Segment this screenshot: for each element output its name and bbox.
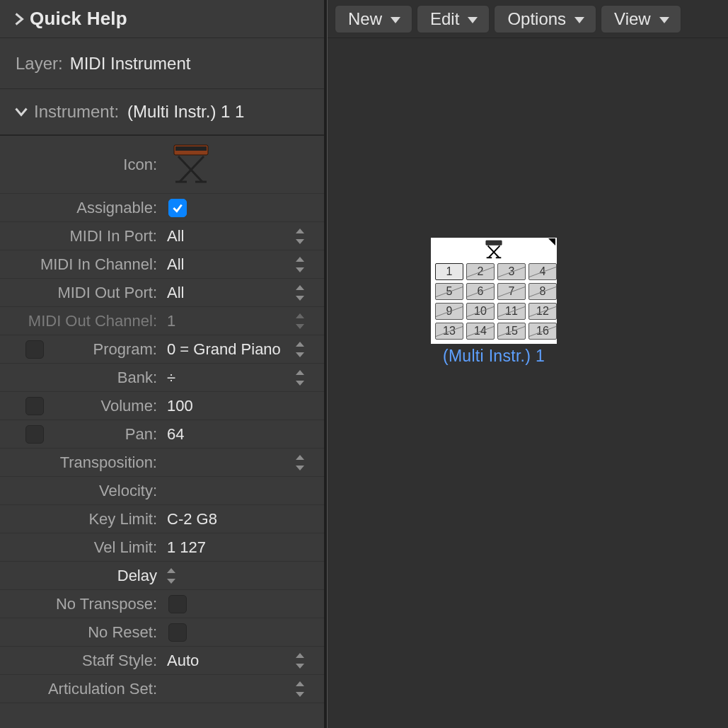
multi-instrument-caption[interactable]: (Multi Instr.) 1: [431, 347, 557, 366]
edit-menu[interactable]: Edit: [417, 5, 490, 33]
param-no-reset[interactable]: No Reset:: [0, 618, 324, 647]
pan-enable-checkbox[interactable]: [25, 425, 44, 444]
param-volume[interactable]: Volume: 100: [0, 392, 324, 420]
channel-button-15[interactable]: 15: [497, 323, 526, 340]
param-velocity[interactable]: Velocity:: [0, 477, 324, 505]
param-midi-out-channel[interactable]: MIDI Out Channel: 1: [0, 307, 324, 335]
param-bank[interactable]: Bank: ÷: [0, 364, 324, 392]
key-limit-value: C-2 G8: [161, 510, 217, 528]
midi-out-channel-label: MIDI Out Channel:: [0, 312, 161, 330]
stepper-icon[interactable]: [296, 653, 306, 669]
view-menu-label: View: [614, 9, 651, 29]
channel-button-1[interactable]: 1: [435, 263, 463, 280]
param-pan[interactable]: Pan: 64: [0, 420, 324, 449]
channel-button-8[interactable]: 8: [528, 283, 557, 300]
chevron-down-icon: [659, 17, 669, 23]
param-midi-out-port[interactable]: MIDI Out Port: All: [0, 279, 324, 307]
stepper-icon[interactable]: [167, 568, 177, 584]
param-staff-style[interactable]: Staff Style: Auto: [0, 647, 324, 675]
channel-button-10[interactable]: 10: [466, 303, 495, 320]
delay-label: Delay: [0, 567, 161, 585]
chevron-down-icon: [391, 17, 400, 23]
param-vel-limit[interactable]: Vel Limit: 1 127: [0, 533, 324, 562]
svg-rect-6: [486, 241, 502, 245]
param-assignable[interactable]: Assignable:: [0, 194, 324, 222]
new-menu-label: New: [348, 9, 382, 29]
stepper-icon[interactable]: [296, 257, 306, 272]
velocity-label: Velocity:: [0, 482, 161, 500]
vel-limit-label: Vel Limit:: [0, 538, 161, 557]
layer-row[interactable]: Layer: MIDI Instrument: [0, 38, 324, 89]
param-no-transpose[interactable]: No Transpose:: [0, 590, 324, 618]
param-icon-label: Icon:: [0, 156, 161, 174]
volume-value: 100: [161, 397, 193, 415]
param-transposition[interactable]: Transposition:: [0, 449, 324, 477]
params-list: Icon: Assignable:: [0, 136, 324, 703]
stepper-icon[interactable]: [296, 681, 306, 697]
canvas-toolbar: New Edit Options View: [328, 0, 728, 38]
stepper-icon[interactable]: [296, 342, 306, 357]
param-icon[interactable]: Icon:: [0, 136, 324, 194]
chevron-down-icon: [574, 17, 584, 23]
stepper-icon[interactable]: [296, 229, 306, 244]
view-menu[interactable]: View: [601, 5, 681, 33]
midi-in-channel-value: All: [161, 255, 184, 274]
channel-button-12[interactable]: 12: [528, 303, 557, 320]
midi-out-port-value: All: [161, 284, 184, 302]
options-menu[interactable]: Options: [494, 5, 596, 33]
channel-button-2[interactable]: 2: [466, 263, 495, 280]
svg-rect-1: [175, 146, 207, 151]
volume-label: Volume:: [0, 397, 161, 415]
volume-enable-checkbox[interactable]: [25, 397, 44, 415]
param-program[interactable]: Program: 0 = Grand Piano: [0, 335, 324, 364]
stepper-icon[interactable]: [296, 285, 306, 301]
quick-help-header[interactable]: Quick Help: [0, 0, 324, 38]
program-enable-checkbox[interactable]: [25, 340, 44, 359]
channel-button-9[interactable]: 9: [435, 303, 463, 320]
quick-help-title: Quick Help: [30, 8, 127, 30]
multi-instrument-object[interactable]: 12345678910111213141516 (Multi Instr.) 1: [431, 238, 557, 366]
channel-button-13[interactable]: 13: [435, 323, 463, 340]
midi-out-port-label: MIDI Out Port:: [0, 284, 161, 302]
keyboard-stand-icon: [161, 138, 214, 192]
no-transpose-checkbox[interactable]: [168, 595, 187, 613]
param-delay[interactable]: Delay: [0, 562, 324, 590]
param-assignable-label: Assignable:: [0, 199, 161, 217]
param-midi-in-port[interactable]: MIDI In Port: All: [0, 222, 324, 250]
layer-label: Layer:: [16, 54, 63, 74]
channel-button-5[interactable]: 5: [435, 283, 463, 300]
param-key-limit[interactable]: Key Limit: C-2 G8: [0, 505, 324, 533]
channel-button-7[interactable]: 7: [497, 283, 526, 300]
channel-button-11[interactable]: 11: [497, 303, 526, 320]
channel-button-16[interactable]: 16: [528, 323, 557, 340]
channel-button-14[interactable]: 14: [466, 323, 495, 340]
instrument-label: Instrument:: [34, 102, 119, 122]
new-menu[interactable]: New: [335, 5, 412, 33]
midi-out-channel-value: 1: [161, 312, 175, 330]
param-articulation-set[interactable]: Articulation Set:: [0, 675, 324, 703]
edit-menu-label: Edit: [430, 9, 459, 29]
param-midi-in-channel[interactable]: MIDI In Channel: All: [0, 250, 324, 279]
chevron-down-icon: [8, 105, 34, 118]
no-transpose-label: No Transpose:: [0, 595, 161, 613]
channel-grid: 12345678910111213141516: [431, 263, 557, 341]
no-reset-checkbox[interactable]: [168, 623, 187, 642]
channel-button-6[interactable]: 6: [466, 283, 495, 300]
program-label: Program:: [0, 340, 161, 359]
channel-button-3[interactable]: 3: [497, 263, 526, 280]
environment-canvas[interactable]: New Edit Options View: [327, 0, 728, 728]
assignable-checkbox[interactable]: [168, 199, 187, 217]
output-triangle-icon[interactable]: [548, 238, 555, 245]
instrument-value: (Multi Instr.) 1 1: [127, 102, 244, 122]
program-value: 0 = Grand Piano: [161, 340, 281, 359]
pan-label: Pan:: [0, 425, 161, 444]
stepper-icon[interactable]: [296, 455, 306, 470]
keyboard-stand-icon: [482, 239, 506, 265]
stepper-icon[interactable]: [296, 313, 306, 329]
channel-button-4[interactable]: 4: [528, 263, 557, 280]
vel-limit-value: 1 127: [161, 538, 206, 557]
multi-instrument-body[interactable]: 12345678910111213141516: [431, 238, 557, 344]
no-reset-label: No Reset:: [0, 623, 161, 642]
stepper-icon[interactable]: [296, 370, 306, 386]
instrument-header[interactable]: Instrument: (Multi Instr.) 1 1: [0, 89, 324, 136]
